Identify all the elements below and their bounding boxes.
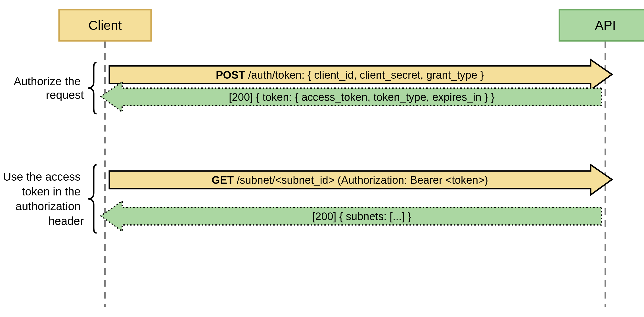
sequence-diagram: Client API Authorize the request POST /a… (0, 0, 644, 317)
group-1-label: Authorize the request (14, 75, 84, 101)
request-2-text: GET /subnet/<subnet_id> (Authorization: … (212, 174, 488, 186)
response-arrow-1: [200] { token: { access_token, token_typ… (101, 82, 601, 112)
participant-client: Client (59, 10, 151, 41)
response-2-text: [200] { subnets: [...] } (312, 210, 411, 222)
request-arrow-2: GET /subnet/<subnet_id> (Authorization: … (109, 165, 612, 195)
participant-api-label: API (595, 18, 616, 33)
request-arrow-1: POST /auth/token: { client_id, client_se… (109, 60, 612, 90)
participant-api: API (559, 10, 644, 41)
brace-group-2 (88, 165, 97, 233)
response-1-text: [200] { token: { access_token, token_typ… (229, 91, 495, 103)
group-2-label: Use the access token in the authorizatio… (3, 170, 84, 227)
brace-group-1 (88, 62, 97, 114)
response-arrow-2: [200] { subnets: [...] } (101, 201, 601, 231)
request-1-text: POST /auth/token: { client_id, client_se… (216, 69, 484, 81)
participant-client-label: Client (88, 18, 122, 33)
